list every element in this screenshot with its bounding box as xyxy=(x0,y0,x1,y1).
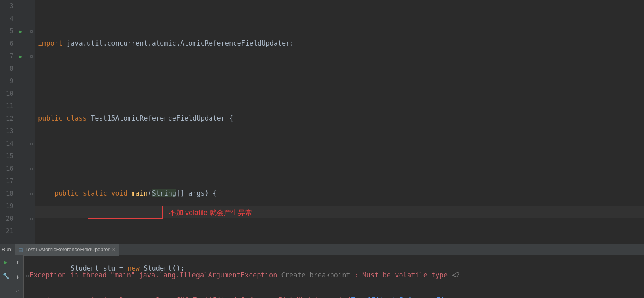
line-number: 16 xyxy=(0,163,13,175)
line-number: 8 xyxy=(0,63,13,75)
expand-icon[interactable]: ⊞ xyxy=(26,274,29,278)
fold-close-icon[interactable]: ⊟ xyxy=(30,165,33,173)
fold-close-icon[interactable]: ⊟ xyxy=(30,215,33,223)
keyword: new xyxy=(127,264,140,272)
fold-column: ⊟ ⊟ ⊟ ⊟ ⊟ ⊟ xyxy=(29,0,35,244)
code-text: Student(); xyxy=(140,264,185,272)
rerun-icon[interactable]: ▶ xyxy=(4,258,7,268)
fold-open-icon[interactable]: ⊟ xyxy=(30,28,33,35)
keyword: public xyxy=(54,189,79,197)
line-number: 18 xyxy=(0,188,13,200)
line-number: 20 xyxy=(0,213,13,225)
wrench-icon[interactable]: 🔧 xyxy=(2,271,9,281)
current-line-highlight xyxy=(35,206,644,218)
class-name: Test15AtomicReferenceFieldUpdater xyxy=(91,114,225,122)
gutter-icons: ▶ ▶ xyxy=(17,0,29,244)
code-text: Student stu = xyxy=(71,264,127,272)
fold-open-icon[interactable]: ⊟ xyxy=(30,53,33,60)
keyword: static xyxy=(83,189,107,197)
paren: ( xyxy=(148,189,152,197)
soft-wrap-icon[interactable]: ⏎ xyxy=(16,286,19,296)
line-number: 19 xyxy=(0,200,13,213)
line-number: 17 xyxy=(0,175,13,188)
code-text: [] args) { xyxy=(176,189,217,197)
line-number-gutter: 3 4 5 6 7 8 9 10 11 12 13 14 15 16 17 18… xyxy=(0,0,17,244)
line-number: 15 xyxy=(0,150,13,163)
line-number: 10 xyxy=(0,88,13,100)
import-path: java.util.concurrent.atomic.AtomicRefere… xyxy=(67,39,294,47)
arrow-down-icon[interactable]: ↓ xyxy=(16,272,19,282)
code-editor[interactable]: 3 4 5 6 7 8 9 10 11 12 13 14 15 16 17 18… xyxy=(0,0,644,244)
line-number: 14 xyxy=(0,138,13,150)
keyword-import: import xyxy=(38,39,62,47)
line-number: 13 xyxy=(0,125,13,138)
keyword: class xyxy=(67,114,87,122)
run-gutter-icon[interactable]: ▶ xyxy=(19,27,22,37)
run-gutter-icon[interactable]: ▶ xyxy=(19,52,22,62)
application-icon: ▤ xyxy=(19,246,23,254)
keyword: public xyxy=(38,114,62,122)
run-toolbar-secondary: ↑ ↓ ⏎ xyxy=(12,255,24,298)
line-number: 11 xyxy=(0,100,13,113)
run-toolbar-primary: ▶ 🔧 xyxy=(0,255,12,298)
keyword: void xyxy=(111,189,127,197)
code-area[interactable]: import java.util.concurrent.atomic.Atomi… xyxy=(35,0,644,244)
line-number: 7 xyxy=(0,50,13,63)
line-number: 4 xyxy=(0,13,13,25)
annotation-text: 不加 volatile 就会产生异常 xyxy=(169,206,252,219)
line-number: 21 xyxy=(0,225,13,238)
brace: { xyxy=(229,114,233,122)
line-number: 3 xyxy=(0,0,13,13)
type-highlight: String xyxy=(152,189,176,197)
run-label: Run: xyxy=(2,245,12,254)
fold-close-icon[interactable]: ⊟ xyxy=(30,140,33,148)
line-number: 5 xyxy=(0,25,13,38)
line-number: 6 xyxy=(0,38,13,50)
arrow-up-icon[interactable]: ↑ xyxy=(16,258,19,268)
fold-open-icon[interactable]: ⊟ xyxy=(30,190,33,198)
method-name: main xyxy=(132,189,148,197)
line-number: 12 xyxy=(0,113,13,125)
annotation-box xyxy=(88,206,163,219)
line-number: 9 xyxy=(0,75,13,88)
